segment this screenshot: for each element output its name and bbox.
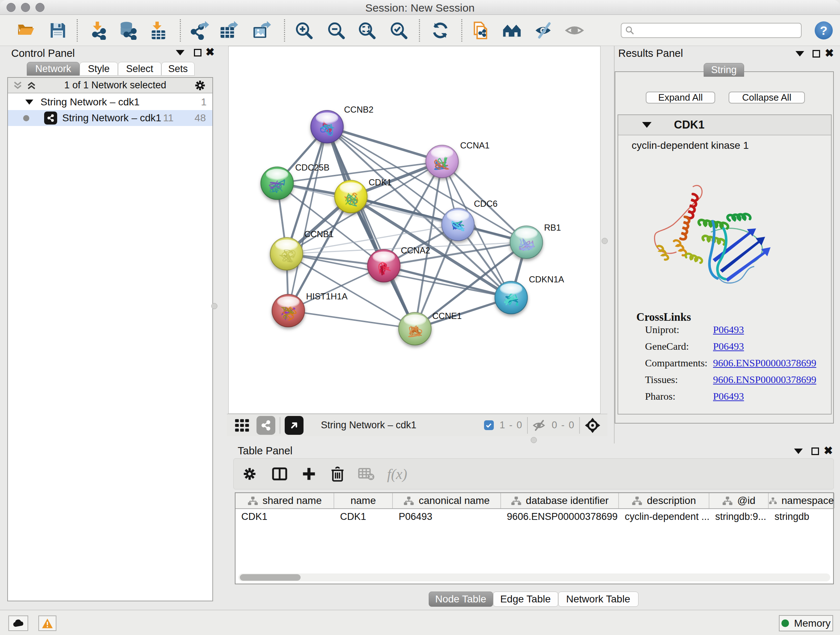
scrollbar-thumb[interactable] xyxy=(240,574,301,581)
network-status-dot xyxy=(23,115,29,121)
network-node-CDKN1A[interactable]: CDKN1A xyxy=(494,274,564,314)
network-options-gear-icon[interactable] xyxy=(194,79,207,92)
add-column-plus-icon[interactable] xyxy=(301,466,317,482)
tab-string[interactable]: String xyxy=(704,63,744,77)
crosslink-link[interactable]: P06493 xyxy=(713,324,744,336)
import-table-file-button[interactable] xyxy=(148,20,169,41)
column-header[interactable]: canonical name xyxy=(393,493,501,508)
tab-sets[interactable]: Sets xyxy=(161,62,195,76)
column-header[interactable]: namespace xyxy=(769,493,835,508)
string-home-button[interactable] xyxy=(501,20,523,41)
open-file-button[interactable] xyxy=(16,20,36,41)
tab-network-table[interactable]: Network Table xyxy=(558,592,638,607)
tab-network[interactable]: Network xyxy=(27,62,80,76)
protein-structure-image xyxy=(638,174,776,294)
copy-documents-icon xyxy=(472,21,491,40)
table-settings-gear-icon[interactable] xyxy=(242,466,257,482)
crosslink-link[interactable]: P06493 xyxy=(713,340,744,352)
delete-column-trash-icon[interactable] xyxy=(330,466,345,482)
birdseye-toggle-button[interactable] xyxy=(233,416,251,435)
control-panel-float-button[interactable] xyxy=(176,50,185,55)
column-header[interactable]: @id xyxy=(709,493,769,508)
tab-node-table[interactable]: Node Table xyxy=(429,592,493,607)
results-panel-close-button[interactable]: ✖ xyxy=(825,49,834,57)
crosslink-link[interactable]: P06493 xyxy=(713,391,744,402)
tab-edge-table[interactable]: Edge Table xyxy=(493,592,558,607)
table-panel-float-button[interactable] xyxy=(794,448,803,454)
results-panel-float-button[interactable] xyxy=(796,51,804,57)
bottom-splitter-handle[interactable] xyxy=(531,437,537,443)
namespace-icon xyxy=(248,496,258,505)
fit-content-crosshair-icon[interactable] xyxy=(584,417,601,434)
collapse-all-button[interactable]: Collapse All xyxy=(729,92,805,103)
memory-button[interactable]: Memory xyxy=(779,615,833,631)
network-row[interactable]: String Network – cdk1 11 48 xyxy=(8,110,212,126)
hidden-eye-icon[interactable] xyxy=(532,419,546,432)
cloud-button[interactable] xyxy=(8,616,28,631)
network-list-header: 1 of 1 Network selected xyxy=(8,78,212,93)
network-node-CCNB1[interactable]: CCNB1 xyxy=(270,229,333,271)
control-panel-maximize-button[interactable] xyxy=(194,49,202,57)
horizontal-scrollbar[interactable] xyxy=(238,573,830,581)
crosslink-label: Pharos: xyxy=(645,391,676,402)
export-image-button[interactable] xyxy=(251,20,272,41)
right-splitter-handle[interactable] xyxy=(602,238,608,244)
help-button[interactable]: ? xyxy=(815,21,833,40)
expand-all-icon[interactable] xyxy=(26,80,37,91)
column-header-label: @id xyxy=(737,495,755,507)
tab-style[interactable]: Style xyxy=(80,62,118,76)
expand-all-button[interactable]: Expand All xyxy=(646,92,715,103)
table-row[interactable]: CDK1CDK1P064939606.ENSP00000378699cyclin… xyxy=(235,509,833,524)
toolbar-separator xyxy=(77,19,78,42)
save-session-button[interactable] xyxy=(47,20,68,41)
gene-section-header[interactable]: CDK1 xyxy=(618,115,831,135)
table-panel-close-button[interactable]: ✖ xyxy=(824,447,833,454)
zoom-out-button[interactable] xyxy=(325,20,347,41)
copy-network-button[interactable] xyxy=(471,20,492,41)
network-collection-row[interactable]: String Network – cdk1 1 xyxy=(8,94,212,110)
split-view-icon[interactable] xyxy=(271,466,288,482)
arrow-up-right-icon xyxy=(289,420,300,431)
column-header[interactable]: name xyxy=(334,493,393,508)
network-node-CCNA1[interactable]: CCNA1 xyxy=(425,141,489,178)
crosslink-link[interactable]: 9606.ENSP00000378699 xyxy=(713,374,816,386)
column-header[interactable]: description xyxy=(619,493,709,508)
export-table-button[interactable] xyxy=(218,20,239,41)
zoom-selected-button[interactable] xyxy=(388,20,409,41)
network-node-HIST1H1A[interactable]: HIST1H1A xyxy=(272,291,347,327)
column-header[interactable]: database identifier xyxy=(501,493,619,508)
gene-expander-icon[interactable] xyxy=(642,122,652,128)
table-panel-maximize-button[interactable] xyxy=(812,448,819,455)
network-node-RB1[interactable]: RB1 xyxy=(510,223,561,259)
selected-checkbox-icon[interactable] xyxy=(484,420,494,430)
open-in-browser-button[interactable] xyxy=(285,416,303,435)
left-splitter-handle[interactable] xyxy=(211,303,218,309)
string-badge-button[interactable] xyxy=(256,416,275,435)
warning-button[interactable] xyxy=(38,616,57,631)
hide-selected-button[interactable] xyxy=(533,20,554,41)
zoom-in-button[interactable] xyxy=(294,20,314,41)
zoom-fit-button[interactable] xyxy=(356,20,377,41)
import-network-database-button[interactable] xyxy=(117,20,138,41)
import-network-file-button[interactable] xyxy=(87,20,108,41)
search-box[interactable] xyxy=(621,23,802,38)
results-panel-maximize-button[interactable] xyxy=(813,50,820,57)
collapse-all-icon[interactable] xyxy=(12,80,23,91)
network-canvas[interactable]: CCNB2CCNA1CDC25BCDK1CDC6RB1CCNB1CCNA2CDK… xyxy=(228,46,600,414)
table-cell: cyclin-dependent ... xyxy=(619,509,709,524)
refresh-button[interactable] xyxy=(430,20,451,41)
delete-table-icon[interactable] xyxy=(357,467,375,481)
table-tabs: Node Table Edge Table Network Table xyxy=(227,592,840,607)
network-node-CCNA2[interactable]: CCNA2 xyxy=(367,245,430,282)
control-panel-close-button[interactable]: ✖ xyxy=(205,48,215,56)
search-input[interactable] xyxy=(635,25,794,36)
crosslink-link[interactable]: 9606.ENSP00000378699 xyxy=(713,357,816,369)
column-header[interactable]: shared name xyxy=(235,493,334,508)
tab-select[interactable]: Select xyxy=(118,62,161,76)
network-selection-summary: 1 of 1 Network selected xyxy=(37,80,194,91)
show-all-button[interactable] xyxy=(564,20,585,41)
collection-expander-icon[interactable] xyxy=(25,100,33,105)
export-network-button[interactable] xyxy=(189,20,210,41)
open-folder-icon xyxy=(17,21,35,40)
function-builder-icon[interactable]: f(x) xyxy=(387,466,407,483)
